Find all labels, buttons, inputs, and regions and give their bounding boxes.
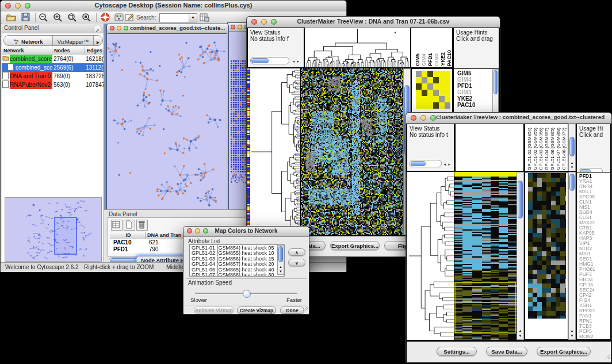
- usage-hints-text: Click and: [579, 132, 603, 139]
- attribute-list-item[interactable]: GPL51-06 (GSM865) heat shock 40 min: [192, 267, 276, 273]
- table-row[interactable]: RNAPuberNov2+ 563(0) 107847(0): [2, 81, 104, 89]
- zoom-in-icon[interactable]: [53, 13, 63, 22]
- column-labels-panel[interactable]: GPL51-01 (GSM854)GPL51-02 (GSM855)GPL51-…: [525, 124, 568, 171]
- scroll-down-icon[interactable]: ▼: [569, 166, 575, 169]
- search-dropdown-arrow[interactable]: ▼: [189, 13, 197, 22]
- vizmap-palette-icon[interactable]: [114, 13, 125, 22]
- minimize-button[interactable]: [117, 26, 121, 30]
- delete-attribute-icon[interactable]: [136, 220, 148, 231]
- create-vizmap-button[interactable]: Create Vizmap: [237, 306, 276, 314]
- row-dendrogram[interactable]: [250, 68, 300, 235]
- dialog-title: Map Colors to Network: [183, 228, 309, 234]
- animate-vizmap-button[interactable]: Animate Vizmap: [194, 306, 234, 314]
- zoom-button[interactable]: [124, 26, 128, 30]
- save-data-button[interactable]: Save Data...: [486, 347, 527, 356]
- scroll-down-icon[interactable]: ▼: [569, 334, 575, 338]
- annotation-pencil-icon[interactable]: [125, 13, 135, 22]
- column-label-list[interactable]: GPL51-01 (GSM854)GPL51-02 (GSM855)GPL51-…: [527, 128, 567, 170]
- animation-speed-slider[interactable]: [195, 290, 297, 297]
- minimize-button[interactable]: [238, 25, 242, 29]
- network-canvas-1[interactable]: [108, 33, 227, 209]
- attribute-list-vscrollbar[interactable]: ▲ ▼: [277, 245, 284, 275]
- network-view-window-1: combined_scores_good.txt--cluste...: [106, 24, 229, 210]
- zoom-vscrollbar[interactable]: ▲ ▼: [568, 172, 576, 340]
- new-attribute-icon[interactable]: [124, 220, 135, 231]
- scroll-up-icon[interactable]: ▲: [393, 30, 397, 34]
- birdseye-view[interactable]: [5, 197, 102, 262]
- network-edges: 16218(0): [86, 55, 104, 63]
- move-up-button[interactable]: ∧: [288, 248, 305, 256]
- attribute-table-icon[interactable]: [200, 13, 210, 22]
- tab-more-button[interactable]: ▶: [93, 36, 102, 45]
- search-input[interactable]: [159, 13, 190, 22]
- gene-label-list[interactable]: GIM5GIM4PFD1GIM3YKE2PAC10: [457, 70, 476, 108]
- column-label-list[interactable]: GIM5GIM4PFD1GIM3YKE2PAC10: [415, 50, 452, 66]
- column-labels-panel[interactable]: ▲ GIM5GIM4PFD1GIM3YKE2PAC10: [411, 28, 453, 68]
- row-value: 621: [149, 239, 159, 246]
- tab-vizmapper[interactable]: VizMapper™: [53, 36, 93, 45]
- resize-grip[interactable]: [303, 303, 308, 313]
- scroll-up-icon[interactable]: ▲: [517, 329, 523, 332]
- column-label: PAC10: [446, 50, 452, 66]
- attribute-list-item[interactable]: GPL51-03 (GSM856) heat shock 15 min: [192, 256, 276, 262]
- slider-thumb[interactable]: [243, 290, 251, 298]
- attribute-list[interactable]: GPL51-01 (GSM854) heat shock 05 minGPL51…: [189, 244, 285, 277]
- attribute-list-item[interactable]: GPL51-01 (GSM854) heat shock 05 min: [192, 246, 276, 251]
- scroll-down-icon[interactable]: ▼: [517, 334, 523, 338]
- done-button[interactable]: Done: [280, 306, 304, 314]
- heatmap-vscrollbar[interactable]: ▲ ▼: [517, 172, 524, 340]
- table-row[interactable]: combined_scores 2764(0) 16218(0): [2, 55, 104, 63]
- dialog-titlebar[interactable]: Map Colors to Network: [183, 227, 309, 237]
- scroll-down-icon[interactable]: ▼: [278, 270, 284, 273]
- scroll-left-icon[interactable]: ◂: [443, 161, 446, 167]
- main-heatmap[interactable]: [301, 68, 403, 235]
- attribute-list-item[interactable]: GPL51-04 (GSM857) heat shock 20 min: [192, 262, 276, 267]
- zoom-heatmap[interactable]: [528, 173, 566, 319]
- attribute-list-label: Attribute List: [188, 238, 220, 244]
- view-status-scrollbar[interactable]: [250, 57, 289, 64]
- map-colors-dialog: Map Colors to Network Attribute List GPL…: [183, 226, 309, 315]
- table-view-icon[interactable]: [111, 220, 123, 231]
- zoom-button[interactable]: [430, 115, 436, 121]
- attribute-list-item[interactable]: GPL51-07 (GSM868) heat shock 60 min: [192, 273, 276, 277]
- zoom-heatmap[interactable]: [416, 71, 450, 109]
- export-graphics-button[interactable]: Export Graphics...: [537, 347, 591, 356]
- scroll-right-icon[interactable]: ▸: [297, 58, 299, 64]
- zoom-selected-icon[interactable]: [67, 13, 78, 22]
- close-button[interactable]: [110, 26, 114, 30]
- save-session-icon[interactable]: [21, 13, 32, 22]
- gene-labels-panel[interactable]: PFD1YRA1RNR4MSL1SPC98CLN1NIS1BUD4ELG1MAK…: [576, 172, 611, 340]
- desktop: Cytoscape Desktop (Session Name: collins…: [0, 0, 612, 364]
- column-label: GPL51-02 (GSM855): [533, 128, 538, 170]
- gene-label-list[interactable]: PFD1YRA1RNR4MSL1SPC98CLN1NIS1BUD4ELG1MAK…: [579, 174, 595, 339]
- export-graphics-button[interactable]: Export Graphics...: [330, 241, 380, 250]
- zoom-fit-icon[interactable]: [82, 13, 92, 22]
- scroll-up-icon[interactable]: ▲: [278, 265, 284, 269]
- control-panel: Control Panel Network VizMapper™ ▶ Netwo…: [2, 24, 104, 262]
- table-row[interactable]: combined_sco 2569(6) 13112(15): [2, 63, 104, 72]
- attribute-list-item[interactable]: GPL51-02 (GSM855) heat shock 10 min: [192, 251, 276, 256]
- scroll-up-icon[interactable]: ▲: [569, 161, 575, 164]
- open-session-icon[interactable]: [6, 13, 17, 22]
- row-dendrogram[interactable]: [407, 172, 454, 340]
- main-titlebar[interactable]: Cytoscape Desktop (Session Name: collins…: [1, 1, 346, 12]
- close-button[interactable]: [231, 25, 235, 29]
- tab-network[interactable]: Network: [4, 36, 53, 45]
- scroll-up-icon[interactable]: ▲: [569, 329, 575, 332]
- settings-button[interactable]: Settings...: [437, 347, 477, 356]
- move-down-button[interactable]: ∨: [288, 259, 305, 266]
- resize-grip[interactable]: [606, 351, 611, 362]
- view-status-scrollbar[interactable]: [410, 160, 442, 167]
- table-row[interactable]: DNA and Tran 07 769(0) 183728(0): [2, 72, 104, 81]
- treeview2-titlebar[interactable]: ClusterMaker TreeView : combined_scores_…: [406, 113, 611, 124]
- column-labels-vscrollbar[interactable]: ▲ ▼: [568, 124, 576, 171]
- zoom-out-icon[interactable]: [39, 13, 49, 22]
- minimize-button[interactable]: [420, 115, 426, 121]
- main-heatmap[interactable]: [454, 172, 517, 340]
- scroll-right-icon[interactable]: ▸: [448, 161, 450, 167]
- close-button[interactable]: [411, 115, 416, 121]
- treeview1-titlebar[interactable]: ClusterMaker TreeView : DNA and Tran 07-…: [247, 17, 500, 28]
- help-lifesaver-icon[interactable]: [101, 13, 111, 22]
- undock-icon[interactable]: [94, 25, 101, 32]
- scroll-left-icon[interactable]: ◂: [292, 58, 294, 64]
